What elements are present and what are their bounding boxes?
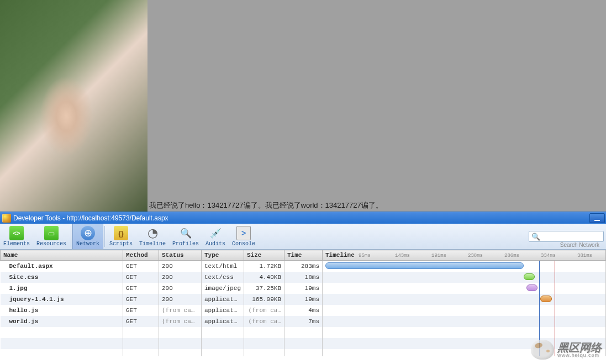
tab-audits[interactable]: Audits: [202, 224, 229, 249]
cell-timeline: [323, 272, 606, 283]
cell-type: text/html: [202, 261, 244, 272]
cell-method: GET: [123, 294, 159, 305]
cell-method: GET: [123, 272, 159, 283]
timeline-tick: 143ms: [395, 253, 410, 259]
tab-timeline[interactable]: Timeline: [136, 224, 169, 249]
table-row[interactable]: jquery-1.4.1.jsGET200applicat…165.09KB19…: [1, 294, 606, 305]
cell-time: 4ms: [284, 305, 323, 316]
audits-icon: [208, 226, 223, 240]
resources-icon: [44, 226, 59, 240]
elements-icon: [9, 226, 24, 240]
profiles-icon: [178, 226, 193, 240]
tab-network[interactable]: Network: [72, 224, 103, 249]
cell-method: GET: [123, 283, 159, 294]
timeline-tick: 286ms: [504, 253, 519, 259]
network-table[interactable]: Name Method Status Type Size Time Timeli…: [0, 250, 606, 356]
timeline-tick: 95ms: [359, 253, 371, 259]
timeline-tick: 191ms: [431, 253, 446, 259]
table-row[interactable]: 1.jpgGET200image/jpeg37.25KB19ms: [1, 283, 606, 294]
minimize-button[interactable]: [589, 213, 605, 223]
table-row-empty: [1, 327, 606, 338]
scripts-icon: [114, 226, 128, 240]
cell-timeline: [323, 261, 606, 272]
cell-type: applicat…: [202, 305, 244, 316]
timeline-bar: [526, 284, 538, 291]
col-size[interactable]: Size: [244, 250, 284, 261]
cell-size: 165.09KB: [244, 294, 284, 305]
table-row-empty: [1, 338, 606, 349]
table-row[interactable]: Site.cssGET200text/css4.40KB18ms: [1, 272, 606, 283]
cell-type: applicat…: [202, 294, 244, 305]
timeline-bar: [325, 262, 523, 269]
col-status[interactable]: Status: [159, 250, 202, 261]
cell-timeline: [323, 294, 606, 305]
timeline-bar: [524, 273, 535, 280]
cell-status: 200: [159, 272, 202, 283]
cell-name: hello.js: [1, 305, 123, 316]
cell-type: applicat…: [202, 316, 244, 327]
page-status-text: 我已经说了hello：134217727谝了。我已经说了world：134217…: [149, 201, 383, 210]
timeline-tick: 334ms: [541, 253, 556, 259]
toolbar-separator: [104, 226, 105, 247]
cell-status: (from ca…: [159, 316, 202, 327]
cell-size: 4.40KB: [244, 272, 284, 283]
tab-resources[interactable]: Resources: [33, 224, 70, 249]
timeline-icon: [145, 226, 160, 240]
cell-name: world.js: [1, 316, 123, 327]
cell-method: GET: [123, 305, 159, 316]
toolbar-separator: [71, 226, 71, 247]
col-time[interactable]: Time: [284, 250, 323, 261]
tab-scripts[interactable]: Scripts: [106, 224, 136, 249]
cell-timeline: [323, 283, 606, 294]
cell-name: jquery-1.4.1.js: [1, 294, 123, 305]
cell-time: 19ms: [284, 294, 323, 305]
cell-time: 7ms: [284, 316, 323, 327]
cell-name: Site.css: [1, 272, 123, 283]
cell-size: 1.72KB: [244, 261, 284, 272]
console-icon: [236, 226, 251, 240]
cell-status: 200: [159, 294, 202, 305]
cell-method: GET: [123, 261, 159, 272]
timeline-tick: 238ms: [468, 253, 483, 259]
timeline-tick: 381ms: [577, 253, 592, 259]
cell-status: 200: [159, 261, 202, 272]
table-row[interactable]: Default.aspxGET200text/html1.72KB283ms: [1, 261, 606, 272]
cell-timeline: [323, 305, 606, 316]
cell-status: 200: [159, 283, 202, 294]
cell-time: 283ms: [284, 261, 323, 272]
cell-name: 1.jpg: [1, 283, 123, 294]
col-timeline[interactable]: Timeline 95ms143ms191ms238ms286ms334ms38…: [323, 250, 606, 261]
table-row[interactable]: world.jsGET(from ca…applicat…(from ca…7m…: [1, 316, 606, 327]
devtools-title: Developer Tools - http://localhost:49573…: [13, 214, 168, 222]
tab-profiles[interactable]: Profiles: [169, 224, 202, 249]
col-type[interactable]: Type: [202, 250, 244, 261]
cell-name: Default.aspx: [1, 261, 123, 272]
cell-type: text/css: [202, 272, 244, 283]
page-photo: [0, 0, 147, 212]
cell-timeline: [323, 316, 606, 327]
devtools-app-icon: [2, 214, 11, 223]
tab-elements[interactable]: Elements: [0, 224, 33, 249]
cell-size: 37.25KB: [244, 283, 284, 294]
network-icon: [81, 226, 95, 240]
devtools-toolbar: ElementsResourcesNetworkScriptsTimelineP…: [0, 224, 606, 250]
search-input[interactable]: 🔍: [529, 231, 604, 242]
cell-method: GET: [123, 316, 159, 327]
devtools-titlebar[interactable]: Developer Tools - http://localhost:49573…: [0, 212, 606, 224]
cell-size: (from ca…: [244, 316, 284, 327]
cell-status: (from ca…: [159, 305, 202, 316]
table-row[interactable]: hello.jsGET(from ca…applicat…(from ca…4m…: [1, 305, 606, 316]
table-row-empty: [1, 349, 606, 357]
cell-time: 19ms: [284, 283, 323, 294]
search-icon: 🔍: [531, 233, 540, 241]
timeline-bar: [540, 296, 551, 302]
cell-type: image/jpeg: [202, 283, 244, 294]
browser-viewport: 我已经说了hello：134217727谝了。我已经说了world：134217…: [0, 0, 606, 212]
network-panel: Name Method Status Type Size Time Timeli…: [0, 250, 606, 356]
tab-console[interactable]: Console: [229, 224, 259, 249]
cell-time: 18ms: [284, 272, 323, 283]
col-method[interactable]: Method: [123, 250, 159, 261]
search-placeholder-label: Search Network: [554, 242, 606, 248]
cell-size: (from ca…: [244, 305, 284, 316]
col-name[interactable]: Name: [1, 250, 123, 261]
